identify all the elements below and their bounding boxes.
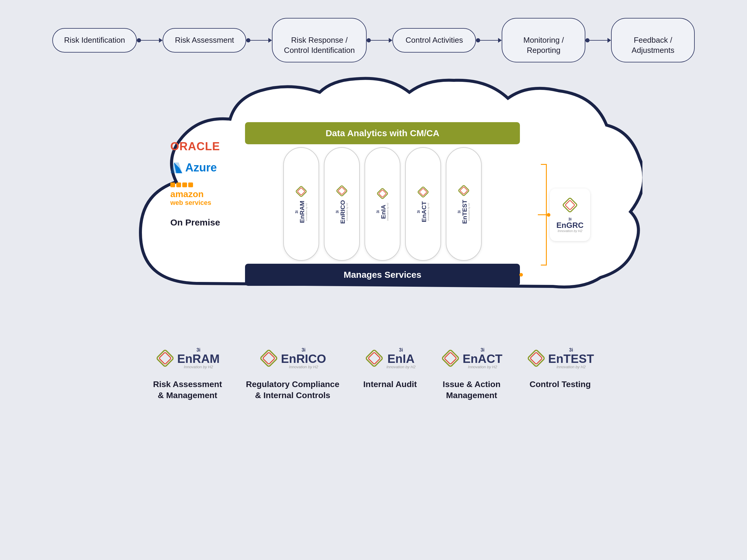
connector-line bbox=[250, 40, 268, 41]
capsules-container: 3i EnRAM Innovation by H2 bbox=[245, 147, 520, 261]
enrico-bottom-text: 3i EnRICO Innovation by H2 bbox=[281, 347, 326, 369]
capsule-entest: 3i EnTEST Innovation by H2 bbox=[446, 147, 482, 261]
enrico-diamond-icon bbox=[336, 185, 348, 197]
bottom-item-entest: 3i EnTEST Innovation by H2 Control Testi… bbox=[526, 343, 594, 401]
pipeline-node-risk-assessment: Risk Assessment bbox=[162, 28, 246, 53]
capsule-enact: 3i EnACT Innovation by H2 bbox=[405, 147, 441, 261]
entest-bottom-label: Control Testing bbox=[530, 379, 591, 390]
capsule-enia: 3i EnIA Innovation by H2 bbox=[364, 147, 401, 261]
enia-bottom-text: 3i EnIA Innovation by H2 bbox=[386, 347, 416, 369]
capsule-enrico: 3i EnRICO Innovation by H2 bbox=[324, 147, 360, 261]
enram-label: 3i EnRAM Innovation by H2 bbox=[294, 201, 308, 223]
enram-bottom-icon bbox=[155, 349, 175, 368]
connector-4 bbox=[476, 38, 502, 43]
enact-label: 3i EnACT Innovation by H2 bbox=[416, 201, 430, 222]
bottom-item-enrico: 3i EnRICO Innovation by H2 Regulatory Co… bbox=[246, 343, 339, 401]
bottom-logo-enrico: 3i EnRICO Innovation by H2 bbox=[259, 343, 326, 373]
capsule-enia-content: 3i EnIA Innovation by H2 bbox=[376, 187, 389, 221]
enrico-label: 3i EnRICO Innovation by H2 bbox=[335, 200, 349, 224]
enrico-bottom-icon bbox=[259, 349, 279, 368]
pipeline: Risk Identification Risk Assessment Risk… bbox=[0, 0, 747, 74]
pipeline-node-monitoring: Monitoring / Reporting bbox=[502, 18, 585, 62]
svg-rect-12 bbox=[563, 198, 577, 212]
connector-arrow bbox=[159, 38, 162, 43]
aws-text: amazon bbox=[170, 189, 230, 199]
connector-dot bbox=[585, 38, 590, 43]
bracket-bottom bbox=[541, 265, 547, 266]
enact-bottom-text: 3i EnACT Innovation by H2 bbox=[463, 347, 502, 369]
engrc-subtitle: Innovation by H2 bbox=[556, 229, 584, 233]
azure-icon bbox=[170, 162, 182, 174]
bottom-item-enact: 3i EnACT Innovation by H2 Issue & Action… bbox=[441, 343, 502, 401]
aws-subtext: web services bbox=[170, 199, 230, 207]
enrico-bottom-label: Regulatory Compliance & Internal Control… bbox=[246, 379, 339, 401]
bracket-top bbox=[541, 164, 547, 165]
enia-bottom-icon bbox=[364, 349, 384, 368]
pipeline-node-risk-identification: Risk Identification bbox=[52, 28, 137, 53]
enram-logo-container: 3i EnRAM Innovation by H2 bbox=[155, 347, 220, 369]
engrc-diamond-icon bbox=[562, 197, 578, 213]
connector-line bbox=[590, 40, 608, 41]
connector-arrow bbox=[389, 38, 392, 43]
connector-1 bbox=[137, 38, 162, 43]
entest-bottom-text: 3i EnTEST Innovation by H2 bbox=[548, 347, 594, 369]
bracket-mid bbox=[538, 214, 547, 215]
cloud-left-logos: ORACLE Azure amazon web services On P bbox=[170, 122, 230, 228]
capsule-enrico-content: 3i EnRICO Innovation by H2 bbox=[335, 185, 349, 224]
capsule-enram-content: 3i EnRAM Innovation by H2 bbox=[294, 185, 308, 223]
aws-box-4 bbox=[188, 183, 193, 187]
bottom-logo-enact: 3i EnACT Innovation by H2 bbox=[441, 343, 502, 373]
aws-logo: amazon web services bbox=[170, 183, 230, 207]
enia-bottom-label: Internal Audit bbox=[363, 379, 417, 390]
aws-box-3 bbox=[182, 183, 187, 187]
cloud-right: 3i EnGRC Innovation by H2 bbox=[535, 122, 595, 266]
connector-dot bbox=[367, 38, 371, 43]
enia-label: 3i EnIA Innovation by H2 bbox=[376, 203, 389, 221]
bottom-logo-entest: 3i EnTEST Innovation by H2 bbox=[526, 343, 594, 373]
bracket-mid-dot bbox=[547, 213, 550, 216]
pipeline-node-control-activities: Control Activities bbox=[392, 28, 476, 53]
enact-bottom-label: Issue & Action Management bbox=[443, 379, 500, 401]
azure-logo: Azure bbox=[170, 161, 230, 174]
bottom-item-enram: 3i EnRAM Innovation by H2 Risk Assessmen… bbox=[153, 343, 222, 401]
entest-bottom-icon bbox=[526, 349, 546, 368]
manages-orange-dot bbox=[519, 273, 523, 276]
connector-5 bbox=[585, 38, 611, 43]
bottom-section: 3i EnRAM Innovation by H2 Risk Assessmen… bbox=[0, 325, 747, 413]
enram-diamond-icon bbox=[295, 185, 307, 198]
oracle-logo: ORACLE bbox=[170, 140, 230, 153]
on-premise-label: On Premise bbox=[170, 217, 230, 228]
engrc-box: 3i EnGRC Innovation by H2 bbox=[550, 188, 590, 241]
enact-bottom-icon bbox=[441, 349, 460, 368]
connector-dot bbox=[137, 38, 141, 43]
aws-box-2 bbox=[176, 183, 181, 187]
enram-bottom-label: Risk Assessment & Management bbox=[153, 379, 222, 401]
connector-arrow bbox=[608, 38, 611, 43]
connector-arrow bbox=[498, 38, 502, 43]
capsule-enact-content: 3i EnACT Innovation by H2 bbox=[416, 186, 430, 222]
connector-dot bbox=[476, 38, 480, 43]
bottom-item-enia: 3i EnIA Innovation by H2 Internal Audit bbox=[363, 343, 417, 401]
connector-dot bbox=[246, 38, 250, 43]
connector-line bbox=[371, 40, 389, 41]
enram-bottom-text: 3i EnRAM Innovation by H2 bbox=[177, 347, 220, 369]
enact-logo-container: 3i EnACT Innovation by H2 bbox=[441, 347, 502, 369]
connector-2 bbox=[246, 38, 272, 43]
pipeline-node-risk-response: Risk Response / Control Identification bbox=[272, 18, 367, 62]
bottom-logo-enram: 3i EnRAM Innovation by H2 bbox=[155, 343, 220, 373]
cloud-inner: ORACLE Azure amazon web services On P bbox=[170, 122, 595, 304]
capsule-enram: 3i EnRAM Innovation by H2 bbox=[283, 147, 319, 261]
cloud-center: Data Analytics with CM/CA 3i EnRAM bbox=[245, 122, 520, 286]
enia-diamond-icon bbox=[376, 187, 389, 200]
capsule-entest-content: 3i EnTEST Innovation by H2 bbox=[457, 184, 470, 224]
entest-logo-container: 3i EnTEST Innovation by H2 bbox=[526, 347, 594, 369]
cloud-area: ORACLE Azure amazon web services On P bbox=[105, 74, 642, 319]
enia-logo-container: 3i EnIA Innovation by H2 bbox=[364, 347, 416, 369]
connector-3 bbox=[367, 38, 392, 43]
connector-line bbox=[141, 40, 159, 41]
enact-diamond-icon bbox=[417, 186, 429, 198]
orange-bracket bbox=[535, 164, 547, 266]
connector-arrow bbox=[268, 38, 272, 43]
aws-box-1 bbox=[170, 183, 175, 187]
data-analytics-bar: Data Analytics with CM/CA bbox=[245, 122, 520, 144]
